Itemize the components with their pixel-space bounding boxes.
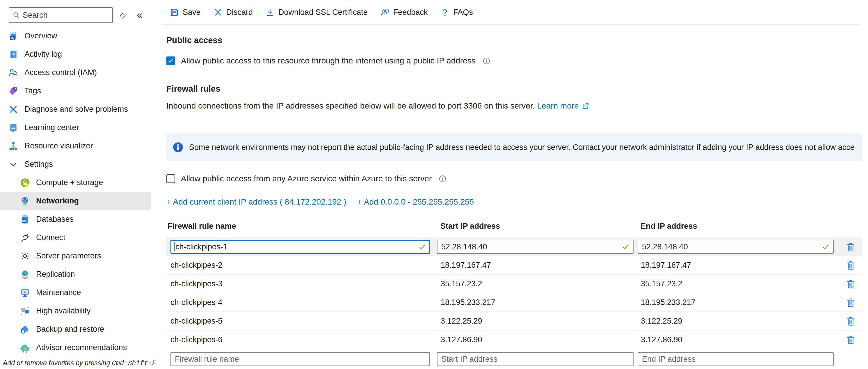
new-rule-name-input[interactable]: [170, 352, 430, 366]
azure-services-checkbox[interactable]: [166, 174, 175, 183]
gear-icon: [20, 251, 30, 261]
rule-name: ch-clickpipes-5: [166, 317, 437, 326]
mysql-server-icon: My: [8, 31, 19, 41]
sidebar-item-compute-storage[interactable]: $ Compute + storage: [0, 174, 151, 192]
question-mark-icon: [440, 8, 450, 17]
sidebar-item-backup-restore[interactable]: Backup and restore: [0, 320, 151, 338]
search-input[interactable]: [23, 11, 110, 20]
access-control-icon: [8, 67, 19, 78]
sidebar-item-tags[interactable]: Tags: [0, 82, 151, 100]
table-row: ch-clickpipes-2 18.197.167.47 18.197.167…: [166, 256, 862, 275]
rule-name: ch-clickpipes-3: [166, 279, 437, 288]
azure-networking-page: ◇ « My Overview Activity log Access co: [0, 0, 868, 369]
compute-storage-icon: $: [20, 178, 30, 188]
firewall-rules-heading: Firewall rules: [166, 84, 862, 94]
rule-name: ch-clickpipes-2: [166, 261, 437, 270]
text-caret: [174, 242, 175, 251]
azure-services-checkbox-label: Allow public access from any Azure servi…: [181, 174, 432, 183]
activity-log-icon: [8, 49, 19, 60]
azure-services-checkbox-row: Allow public access from any Azure servi…: [166, 174, 862, 183]
valid-check-icon: [621, 242, 630, 251]
delete-rule-icon[interactable]: [845, 297, 856, 308]
save-button[interactable]: Save: [170, 8, 201, 17]
check-icon: [167, 57, 174, 64]
table-row: ch-clickpipes-3 35.157.23.2 35.157.23.2: [166, 275, 862, 293]
public-access-checkbox[interactable]: [166, 57, 175, 65]
firewall-description: Inbound connections from the IP addresse…: [166, 101, 862, 111]
header-start-ip: Start IP address: [437, 222, 637, 231]
delete-rule-icon[interactable]: [845, 278, 856, 289]
end-ip: 3.122.25.29: [637, 317, 837, 326]
info-icon[interactable]: [439, 175, 446, 183]
rule-name: ch-clickpipes-6: [166, 335, 437, 344]
diagnose-tools-icon: [8, 104, 19, 115]
favorites-hint: Add or remove favorites by pressing Cmd+…: [3, 359, 156, 367]
sidebar-item-networking[interactable]: Networking: [0, 192, 151, 210]
svg-text:DB: DB: [22, 220, 26, 223]
faqs-button[interactable]: FAQs: [440, 8, 473, 17]
new-start-ip-input[interactable]: [437, 352, 633, 366]
sidebar-item-access-control[interactable]: Access control (IAM): [0, 63, 151, 82]
sidebar-item-resource-visualizer[interactable]: Resource visualizer: [0, 137, 151, 155]
info-icon[interactable]: [483, 57, 490, 65]
end-ip: 35.157.23.2: [637, 279, 837, 288]
sidebar-item-connect[interactable]: Connect: [0, 228, 151, 247]
sidebar-item-label: Server parameters: [36, 251, 101, 260]
add-all-ips-link[interactable]: + Add 0.0.0.0 - 255.255.255.255: [357, 197, 474, 207]
sidebar-item-activity-log[interactable]: Activity log: [0, 45, 151, 63]
download-ssl-certificate-button[interactable]: Download SSL Certificate: [266, 8, 368, 17]
sidebar-item-high-availability[interactable]: High availability: [0, 302, 151, 320]
sidebar-item-learning-center[interactable]: 101 Learning center: [0, 118, 151, 137]
info-banner-text: Some network environments may not report…: [189, 143, 855, 152]
feedback-button[interactable]: Feedback: [380, 8, 428, 17]
add-rule-links: + Add current client IP address ( 84.172…: [166, 197, 862, 207]
table-header-row: Firewall rule name Start IP address End …: [166, 221, 862, 231]
add-client-ip-link[interactable]: + Add current client IP address ( 84.172…: [166, 197, 346, 207]
firewall-rules-table: Firewall rule name Start IP address End …: [166, 221, 862, 366]
delete-rule-icon[interactable]: [845, 316, 856, 327]
globe-replication-icon: [20, 269, 30, 280]
rule-name-input[interactable]: [170, 240, 430, 254]
delete-rule-icon[interactable]: [845, 242, 856, 252]
sidebar-item-databases[interactable]: DB Databases: [0, 210, 151, 228]
command-bar: Save Discard Download SSL Certificate Fe…: [162, 0, 861, 25]
sidebar-item-server-parameters[interactable]: Server parameters: [0, 247, 151, 265]
networking-icon: [20, 196, 30, 206]
diamond-icon[interactable]: ◇: [120, 11, 126, 19]
sidebar-group-settings[interactable]: Settings: [0, 155, 151, 174]
networking-content: Public access Allow public access to thi…: [162, 35, 868, 366]
chevron-down-icon: [8, 159, 19, 170]
discard-button[interactable]: Discard: [214, 8, 253, 17]
sidebar-item-label: Learning center: [25, 123, 79, 132]
collapse-sidebar-icon[interactable]: «: [137, 10, 143, 20]
advisor-recommendations-icon: [20, 342, 30, 353]
end-ip: 18.197.167.47: [637, 261, 837, 270]
learn-more-link[interactable]: Learn more: [537, 101, 579, 111]
info-filled-icon: [173, 142, 183, 153]
sidebar-item-replication[interactable]: Replication: [0, 265, 151, 283]
sidebar-item-overview[interactable]: My Overview: [0, 27, 151, 45]
delete-rule-icon[interactable]: [845, 334, 856, 345]
header-end-ip: End IP address: [637, 222, 837, 231]
end-ip-input[interactable]: [638, 240, 834, 254]
svg-text:101: 101: [11, 126, 16, 129]
tag-icon: [8, 86, 19, 96]
sidebar-item-advisor-recommendations[interactable]: Advisor recommendations: [0, 338, 151, 357]
table-row: ch-clickpipes-6 3.127.86.90 3.127.86.90: [166, 331, 862, 349]
svg-text:My: My: [10, 36, 14, 39]
learning-center-icon: 101: [8, 123, 19, 133]
delete-rule-icon[interactable]: [845, 260, 856, 271]
start-ip-input[interactable]: [437, 240, 633, 254]
public-access-checkbox-label: Allow public access to this resource thr…: [181, 56, 475, 65]
resource-menu: My Overview Activity log Access control …: [0, 27, 151, 357]
sidebar-item-maintenance[interactable]: Maintenance: [0, 283, 151, 302]
backup-restore-cloud-icon: [20, 324, 30, 335]
new-end-ip-input[interactable]: [638, 352, 834, 366]
external-link-icon: [582, 102, 589, 110]
databases-icon: DB: [20, 214, 30, 225]
sidebar-item-diagnose[interactable]: Diagnose and solve problems: [0, 100, 151, 118]
header-firewall-rule-name: Firewall rule name: [166, 222, 437, 231]
connect-plug-icon: [20, 233, 30, 243]
sidebar-item-label: Tags: [25, 86, 41, 95]
search-box[interactable]: [9, 7, 113, 23]
